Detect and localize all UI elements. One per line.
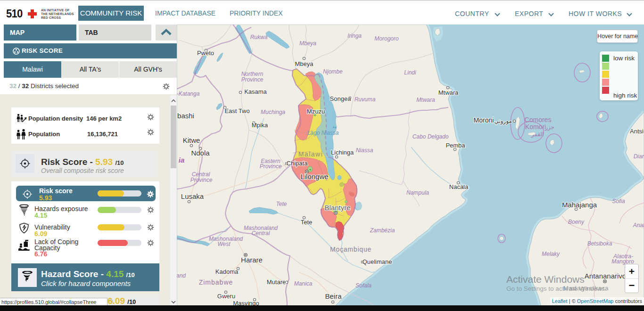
svg-text:Songea: Songea [330,95,352,102]
svg-text:ia: ia [179,156,185,164]
svg-text:East Two: East Two [224,107,249,115]
svg-text:Province: Province [241,76,264,83]
svg-text:Antananarivo: Antananarivo [585,272,626,280]
svg-text:Muchinga: Muchinga [261,109,285,115]
svg-text:Tete: Tete [301,219,313,226]
svg-text:Mutare: Mutare [267,278,286,286]
svg-text:Mahajanga: Mahajanga [562,201,597,209]
svg-text:Blantyre: Blantyre [324,204,350,212]
svg-text:Anala: Anala [633,222,644,229]
svg-text:Gweru: Gweru [217,293,235,300]
svg-text:Boeny: Boeny [568,219,585,225]
svg-text:القمر: القمر [531,131,544,138]
svg-text:Pweto: Pweto [197,49,214,57]
svg-text:Lago Niassa: Lago Niassa [307,130,339,136]
svg-text:Central: Central [252,230,270,237]
svg-text:Mbeya: Mbeya [299,40,316,47]
svg-text:Sofala: Sofala [355,282,372,289]
svg-text:Masvingo: Masvingo [233,300,259,305]
svg-text:Njombe: Njombe [323,68,343,75]
svg-text:Mtwara: Mtwara [416,97,435,103]
svg-text:Moroni: Moroni [474,116,494,124]
svg-text:Pemba: Pemba [446,142,465,149]
svg-text:Lilongwe: Lilongwe [300,172,328,180]
svg-text:Betsiboka: Betsiboka [587,240,612,247]
svg-text:Ndola: Ndola [191,149,210,157]
svg-text:Chipata: Chipata [287,160,308,167]
svg-text:Lichinga: Lichinga [331,149,354,156]
svg-text:Sofia: Sofia [612,198,625,205]
svg-text:Lindi: Lindi [404,69,416,76]
svg-text:Malawi: Malawi [298,150,323,158]
svg-text:Kasama: Kasama [244,88,267,95]
svg-text:Iringa: Iringa [347,33,362,39]
svg-text:Zambézia: Zambézia [370,227,395,234]
svg-text:Province: Province [260,163,282,170]
svg-text:Melaky: Melaky [542,251,560,257]
svg-text:Province: Province [190,177,213,183]
svg-text:Harare: Harare [241,256,263,264]
svg-text:Quelimane: Quelimane [363,258,392,265]
svg-text:bashi: bashi [177,112,194,120]
svg-text:Ruvuma: Ruvuma [355,96,376,103]
svg-text:Rukwa: Rukwa [250,34,268,41]
svg-text:Moçambique: Moçambique [330,246,372,253]
svg-text:Morogoro: Morogoro [374,35,399,42]
svg-text:-Katanga: -Katanga [177,90,200,97]
svg-text:موروني: موروني [494,118,512,125]
svg-text:and: and [177,272,186,279]
svg-text:Antsira: Antsira [630,128,644,135]
svg-text:Mtwara: Mtwara [438,89,459,96]
svg-text:Nampula: Nampula [406,189,429,196]
svg-text:جزر: جزر [545,124,554,131]
svg-text:Mzuzu: Mzuzu [307,108,325,115]
svg-text:Cabo Delgado: Cabo Delgado [413,133,449,140]
svg-text:Nacala: Nacala [449,183,469,190]
svg-text:Kadoma: Kadoma [215,268,239,275]
svg-text:Dian: Dian [634,153,644,160]
svg-text:Comores: Comores [525,116,552,123]
svg-text:Kitwe: Kitwe [183,136,200,144]
svg-text:Komori: Komori [525,123,546,131]
svg-text:Lusaka: Lusaka [181,192,204,200]
svg-text:Manica: Manica [294,280,313,287]
svg-text:Mpika: Mpika [252,122,268,129]
svg-text:Niassa: Niassa [356,147,373,154]
svg-text:Tete: Tete [276,201,287,207]
svg-text:Zimbabwe: Zimbabwe [199,278,233,286]
svg-text:West: West [217,241,231,247]
svg-text:Beira: Beira [325,292,342,300]
svg-text:Mbeya: Mbeya [295,60,314,67]
